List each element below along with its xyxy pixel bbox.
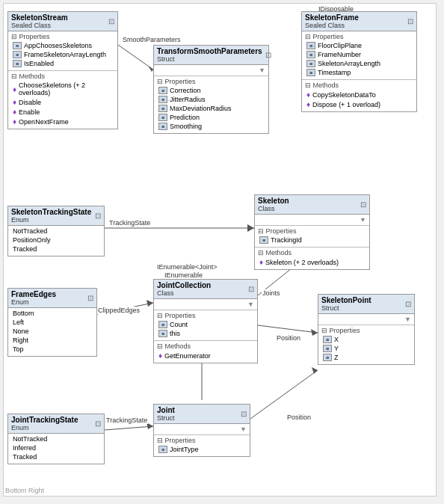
- method-icon: ♦: [13, 85, 16, 93]
- list-item: ≡FrameNumber: [305, 50, 413, 59]
- label-joints: Joints: [262, 289, 281, 297]
- list-item: ♦Skeleton (+ 2 overloads): [258, 257, 366, 267]
- list-item: ♦Disable: [11, 97, 114, 107]
- prop-icon: ≡: [158, 321, 167, 328]
- header-joint-collection: JointCollection Class ⊡: [154, 280, 257, 299]
- section-props-transform-smooth: ⊟ Properties ≡Correction ≡JitterRadius ≡…: [154, 76, 268, 133]
- icon-skeleton-stream: ⊡: [108, 17, 114, 25]
- svg-line-14: [250, 370, 318, 419]
- list-item: Inferred: [11, 443, 101, 452]
- section-skeleton-tracking-state: NotTracked PositionOnly Tracked: [8, 226, 104, 256]
- list-item: ≡Y: [321, 344, 411, 353]
- method-icon: ♦: [306, 90, 310, 99]
- list-item: ≡Count: [157, 320, 254, 329]
- svg-marker-15: [312, 367, 318, 374]
- box-skeleton-tracking-state: SkeletonTrackingState Enum ⊡ NotTracked …: [7, 206, 105, 256]
- section-props-joint-collection: ⊟ Properties ≡Count ≡this: [154, 310, 257, 341]
- prop-icon: ≡: [158, 96, 167, 103]
- box-skeleton-frame: SkeletonFrame Sealed Class ⊡ ⊟ Propertie…: [301, 11, 417, 112]
- method-icon: ♦: [13, 108, 16, 116]
- list-item: Right: [11, 336, 93, 345]
- diagram-container: SmoothParameters TrackingState ClippedEd…: [3, 3, 437, 497]
- label-position1: Position: [276, 334, 301, 342]
- prop-icon: ≡: [13, 51, 22, 58]
- type-frame-edges: Enum: [11, 298, 56, 306]
- box-skeleton: Skeleton Class ⊡ ▼ ⊟ Properties ≡Trackin…: [254, 194, 370, 270]
- section-props-joint: ⊟ Properties ≡JointType: [154, 435, 250, 456]
- method-icon: ♦: [306, 100, 310, 108]
- svg-marker-10: [311, 329, 318, 336]
- section-methods-skeleton-stream: ⊟ Methods ♦ChooseSkeletons (+ 2 overload…: [8, 71, 117, 129]
- prop-icon: ≡: [158, 105, 167, 112]
- prop-icon: ≡: [323, 336, 332, 343]
- label-tracking-state1: TrackingState: [108, 219, 151, 227]
- list-item: ≡Timestamp: [305, 68, 413, 77]
- method-icon: ♦: [259, 258, 263, 266]
- list-item: Tracked: [11, 452, 101, 461]
- icon-joint: ⊡: [241, 410, 247, 418]
- type-skeleton-point: Struct: [321, 304, 371, 312]
- header-transform-smooth: TransformSmoothParameters Struct ⊡: [154, 46, 268, 65]
- list-item: ≡JitterRadius: [157, 95, 265, 104]
- title-joint: Joint: [157, 406, 175, 414]
- prop-icon: ≡: [306, 60, 315, 67]
- list-item: NotTracked: [11, 434, 101, 443]
- prop-icon: ≡: [13, 60, 22, 67]
- type-skeleton-stream: Sealed Class: [11, 22, 68, 29]
- box-frame-edges: FrameEdges Enum ⊡ Bottom Left None Right…: [7, 288, 97, 357]
- list-item: ♦Enable: [11, 107, 114, 117]
- list-item: NotTracked: [11, 227, 101, 236]
- title-joint-tracking-state: JointTrackingState: [11, 416, 78, 424]
- prop-icon: ≡: [306, 69, 315, 76]
- method-icon: ♦: [13, 117, 16, 126]
- title-frame-edges: FrameEdges: [11, 290, 56, 298]
- header-frame-edges: FrameEdges Enum ⊡: [8, 289, 96, 308]
- header-skeleton-frame: SkeletonFrame Sealed Class ⊡: [302, 12, 416, 31]
- section-frame-edges: Bottom Left None Right Top: [8, 308, 96, 356]
- svg-marker-2: [148, 66, 153, 72]
- list-item: ♦ChooseSkeletons (+ 2 overloads): [11, 81, 114, 97]
- prop-icon: ≡: [158, 446, 167, 453]
- filter-joint: ▼: [154, 424, 250, 435]
- list-item: ≡AppChoosesSkeletons: [11, 41, 114, 50]
- list-item: ≡Smoothing: [157, 122, 265, 131]
- prop-icon: ≡: [158, 330, 167, 337]
- filter-skeleton-point: ▼: [318, 314, 414, 325]
- type-joint-collection: Class: [157, 289, 211, 297]
- box-joint-tracking-state: JointTrackingState Enum ⊡ NotTracked Inf…: [7, 414, 105, 464]
- section-methods-skeleton-frame: ⊟ Methods ♦CopySkeletonDataTo ♦Dispose (…: [302, 80, 416, 111]
- list-item: None: [11, 327, 93, 336]
- type-skeleton: Class: [258, 205, 289, 212]
- icon-transform-smooth: ⊡: [265, 51, 271, 59]
- label-ienumerable-joint: IEnumerable<Joint>: [156, 263, 218, 271]
- list-item: ≡JointType: [157, 445, 247, 454]
- type-joint-tracking-state: Enum: [11, 424, 78, 431]
- header-skeleton-tracking-state: SkeletonTrackingState Enum ⊡: [8, 206, 104, 226]
- type-joint: Struct: [157, 414, 175, 422]
- label-clipped-edges: ClippedEdges: [97, 307, 141, 314]
- section-methods-joint-collection: ⊟ Methods ♦GetEnumerator: [154, 341, 257, 363]
- list-item: ≡Z: [321, 353, 411, 362]
- prop-icon: ≡: [158, 123, 167, 130]
- box-joint: Joint Struct ⊡ ▼ ⊟ Properties ≡JointType: [153, 404, 250, 457]
- title-skeleton-point: SkeletonPoint: [321, 296, 371, 304]
- method-icon: ♦: [158, 351, 162, 360]
- list-item: Left: [11, 318, 93, 327]
- list-item: ≡X: [321, 335, 411, 344]
- list-item: ♦OpenNextFrame: [11, 117, 114, 126]
- prop-icon: ≡: [306, 51, 315, 58]
- header-skeleton-stream: SkeletonStream Sealed Class ⊡: [8, 12, 117, 31]
- box-transform-smooth: TransformSmoothParameters Struct ⊡ ▼ ⊟ P…: [153, 45, 269, 134]
- label-tracking-state2: TrackingState: [105, 417, 148, 424]
- icon-joint-collection: ⊡: [248, 285, 254, 293]
- section-props-skeleton-frame: ⊟ Properties ≡FloorClipPlane ≡FrameNumbe…: [302, 31, 416, 80]
- icon-joint-tracking-state: ⊡: [95, 420, 101, 428]
- section-joint-tracking-state: NotTracked Inferred Tracked: [8, 434, 104, 464]
- prop-icon: ≡: [323, 354, 332, 361]
- box-skeleton-stream: SkeletonStream Sealed Class ⊡ ⊟ Properti…: [7, 11, 118, 129]
- list-item: ≡FrameSkeletonArrayLength: [11, 50, 114, 59]
- list-item: Top: [11, 345, 93, 354]
- type-skeleton-frame: Sealed Class: [305, 22, 359, 29]
- corner-label: Bottom Right: [5, 487, 44, 494]
- list-item: ≡Correction: [157, 86, 265, 95]
